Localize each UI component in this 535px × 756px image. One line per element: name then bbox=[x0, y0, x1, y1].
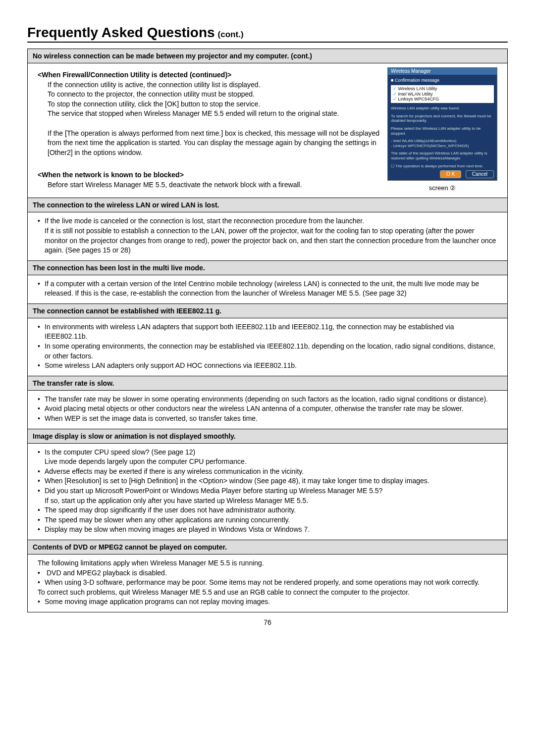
text: The following limitations apply when Wir… bbox=[38, 558, 497, 568]
bullet-text: Some wireless LAN adapters only support … bbox=[45, 361, 497, 371]
bullet-dot: • bbox=[38, 568, 45, 578]
page-title-row: Frequently Asked Questions (cont.) bbox=[27, 25, 508, 43]
dialog-checkbox-msg: ■ Confirmation message bbox=[391, 78, 494, 83]
bullet-text: Display may be slow when moving images a… bbox=[45, 525, 497, 535]
bullet-text: The transfer rate may be slower in some … bbox=[45, 395, 497, 404]
sec4-body: • In environments with wireless LAN adap… bbox=[28, 318, 507, 376]
dialog-window: Wireless Manager ■ Confirmation message … bbox=[387, 67, 497, 181]
bullet: • Is the computer CPU speed slow? (See p… bbox=[38, 448, 497, 457]
bullet: • The speed may be slower when any other… bbox=[38, 515, 497, 525]
dialog-note: To search for projectors and connect, th… bbox=[391, 114, 494, 123]
bullet-text: In some operating environments, the conn… bbox=[45, 342, 497, 361]
bullet-text: Did you start up Microsoft PowerPoint or… bbox=[45, 486, 497, 496]
dialog-cb2: ☐ The operation is always performed from… bbox=[391, 164, 494, 169]
bullet-dot: • bbox=[38, 476, 45, 486]
bullet: • Avoid placing metal objects or other c… bbox=[38, 404, 497, 414]
dialog-title: Wireless Manager bbox=[388, 68, 497, 75]
list-item: Intel WLAN Utility bbox=[393, 92, 492, 97]
ok-button[interactable]: O K bbox=[440, 170, 461, 178]
bullet-text: The speed may drop significantly if the … bbox=[45, 505, 497, 515]
bullet-dot: • bbox=[38, 597, 45, 607]
bullet-dot: • bbox=[38, 486, 45, 496]
bullet-dot: • bbox=[38, 578, 45, 588]
sec4-header: The connection cannot be established wit… bbox=[28, 303, 507, 318]
bullet: • When [Resolution] is set to [High Defi… bbox=[38, 476, 497, 486]
sec5-body: • The transfer rate may be slower in som… bbox=[28, 391, 507, 429]
sec1-body: Wireless Manager ■ Confirmation message … bbox=[28, 63, 507, 198]
sec3-header: The connection has been lost in the mult… bbox=[28, 260, 507, 275]
bullet-dot: • bbox=[38, 361, 45, 371]
sub-line: Live mode depends largely upon the compu… bbox=[45, 457, 497, 467]
bullet: • Some wireless LAN adapters only suppor… bbox=[38, 361, 497, 371]
bullet-dot: • bbox=[38, 404, 45, 414]
dialog-screenshot: Wireless Manager ■ Confirmation message … bbox=[387, 67, 497, 193]
bullet: • DVD and MPEG2 playback is disabled. bbox=[38, 568, 497, 578]
bullet-dot: • bbox=[38, 414, 45, 424]
bullet-text: Adverse effects may be exerted if there … bbox=[45, 467, 497, 477]
sec7-body: The following limitations apply when Wir… bbox=[28, 554, 507, 612]
bullet-text: DVD and MPEG2 playback is disabled. bbox=[45, 568, 497, 578]
list-item: Linksys WPC54CFG bbox=[393, 97, 492, 102]
list-item: Wireless LAN Utility bbox=[393, 86, 492, 92]
sec3-body: • If a computer with a certain version o… bbox=[28, 275, 507, 303]
dialog-note: - Intel WLAN Utility(s24EventMonitor) - … bbox=[391, 139, 494, 148]
bullet-dot: • bbox=[38, 525, 45, 535]
dialog-note: The state of the stopped Wireless LAN ad… bbox=[391, 151, 494, 160]
bullet-text: When using 3-D software, performance may… bbox=[45, 578, 497, 588]
bullet-dot: • bbox=[38, 279, 45, 299]
bullet-text: Some moving image application programs c… bbox=[45, 597, 497, 607]
bullet: • The transfer rate may be slower in som… bbox=[38, 395, 497, 404]
bullet: • When using 3-D software, performance m… bbox=[38, 578, 497, 588]
bullet-dot: • bbox=[38, 322, 45, 342]
dialog-note: Wireless LAN adapter utility was found. bbox=[391, 106, 494, 111]
bullet-text: When WEP is set the image data is conver… bbox=[45, 414, 497, 424]
bullet-text: If the live mode is canceled or the conn… bbox=[45, 216, 497, 255]
bullet: • Adverse effects may be exerted if ther… bbox=[38, 467, 497, 477]
bullet: • Some moving image application programs… bbox=[38, 597, 497, 607]
bullet-dot: • bbox=[38, 448, 45, 457]
sec5-header: The transfer rate is slow. bbox=[28, 376, 507, 391]
page-title: Frequently Asked Questions bbox=[27, 25, 215, 41]
dialog-note: Please select the Wireless LAN adapter u… bbox=[391, 126, 494, 136]
sec1-header: No wireless connection can be made betwe… bbox=[28, 49, 507, 63]
bullet-text: In environments with wireless LAN adapte… bbox=[45, 322, 497, 342]
bullet-dot: • bbox=[38, 395, 45, 404]
bullet: • Display may be slow when moving images… bbox=[38, 525, 497, 535]
cancel-button[interactable]: Cancel bbox=[466, 170, 494, 178]
sec6-body: • Is the computer CPU speed slow? (See p… bbox=[28, 444, 507, 540]
bullet-text: If a computer with a certain version of … bbox=[45, 279, 497, 299]
bullet-text: Avoid placing metal objects or other con… bbox=[45, 404, 497, 414]
bullet: • If the live mode is canceled or the co… bbox=[38, 216, 497, 255]
bullet-dot: • bbox=[38, 505, 45, 515]
bullet: • In environments with wireless LAN adap… bbox=[38, 322, 497, 342]
bullet-text: Is the computer CPU speed slow? (See pag… bbox=[45, 448, 497, 457]
bullet-text: When [Resolution] is set to [High Defini… bbox=[45, 476, 497, 486]
bullet-dot: • bbox=[38, 467, 45, 477]
bullet-dot: • bbox=[38, 515, 45, 525]
bullet: • If a computer with a certain version o… bbox=[38, 279, 497, 299]
dialog-body: ■ Confirmation message Wireless LAN Util… bbox=[388, 75, 497, 180]
bullet-text: The speed may be slower when any other a… bbox=[45, 515, 497, 525]
bullet: • When WEP is set the image data is conv… bbox=[38, 414, 497, 424]
sec2-body: • If the live mode is canceled or the co… bbox=[28, 212, 507, 260]
bullet-dot: • bbox=[38, 216, 45, 255]
bullet: • Did you start up Microsoft PowerPoint … bbox=[38, 486, 497, 496]
faq-box: No wireless connection can be made betwe… bbox=[27, 49, 508, 612]
bullet: • The speed may drop significantly if th… bbox=[38, 505, 497, 515]
dialog-caption: screen ② bbox=[387, 184, 497, 193]
page-number: 76 bbox=[27, 618, 508, 626]
text: To correct such problems, quit Wireless … bbox=[38, 588, 497, 598]
sub-line: If so, start up the application only aft… bbox=[45, 496, 497, 506]
page: Frequently Asked Questions (cont.) No wi… bbox=[0, 0, 535, 646]
dialog-buttons: O K Cancel bbox=[391, 170, 494, 178]
bullet-dot: • bbox=[38, 342, 45, 361]
sec7-header: Contents of DVD or MPEG2 cannot be playe… bbox=[28, 540, 507, 554]
bullet: • In some operating environments, the co… bbox=[38, 342, 497, 361]
sec2-header: The connection to the wireless LAN or wi… bbox=[28, 198, 507, 212]
sec6-header: Image display is slow or animation is no… bbox=[28, 429, 507, 444]
dialog-list: Wireless LAN Utility Intel WLAN Utility … bbox=[391, 85, 494, 103]
page-title-cont: (cont.) bbox=[218, 30, 244, 40]
